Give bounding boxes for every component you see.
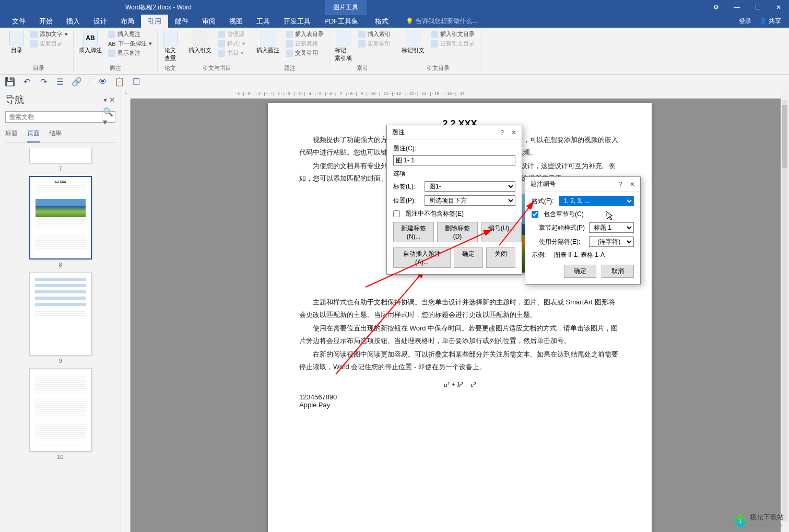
delete-label-button[interactable]: 删除标签(D) [437, 222, 478, 242]
minimize-button[interactable]: — [726, 2, 747, 13]
dialog-help-button[interactable]: ? [500, 129, 504, 136]
show-notes-label: 显示备注 [117, 49, 140, 57]
qat-icon-6[interactable]: 👁 [98, 77, 108, 87]
mark-index-button[interactable]: 标记 索引项 [333, 30, 354, 63]
thumbnail-page-9[interactable] [29, 272, 92, 356]
tab-view[interactable]: 视图 [222, 15, 250, 28]
mark-citation-label: 标记引文 [402, 46, 425, 54]
ribbon-options-icon[interactable]: ⚙ [705, 2, 726, 13]
nav-tab-headings[interactable]: 标题 [5, 129, 18, 140]
insert-table-figures-label: 插入表目录 [295, 30, 324, 38]
tab-references[interactable]: 引用 [141, 15, 168, 28]
save-icon[interactable]: 💾 [5, 77, 15, 87]
dialog-close-button[interactable]: ✕ [511, 129, 516, 136]
cross-reference-button[interactable]: 交叉引用 [284, 49, 326, 57]
tab-review[interactable]: 审阅 [195, 15, 222, 28]
nav-tab-pages[interactable]: 页面 [27, 129, 40, 143]
maximize-button[interactable]: ☐ [747, 2, 768, 13]
update-table-button[interactable]: 更新表格 [284, 39, 326, 48]
position-select[interactable]: 所选项目下方 [425, 195, 515, 206]
format-select[interactable]: 1, 2, 3, ... [559, 196, 634, 206]
tell-me-search[interactable]: 💡 告诉我您想要做什么… [406, 17, 478, 26]
exclude-label-checkbox[interactable] [393, 210, 400, 217]
login-link[interactable]: 登录 [739, 17, 751, 26]
horizontal-ruler[interactable]: · 3 · | · 2 · | · 1 · | · · · | · 1 · | … [131, 89, 789, 99]
qat-icon-7[interactable]: 📋 [115, 77, 124, 87]
style-dropdown[interactable]: 样式: ▾ [216, 39, 248, 48]
manage-sources-button[interactable]: 管理源 [216, 30, 248, 39]
numbering-cancel-button[interactable]: 取消 [602, 265, 634, 278]
vertical-ruler[interactable] [121, 99, 131, 532]
insert-citation-button[interactable]: 插入引文 [186, 30, 214, 55]
tab-dev[interactable]: 开发工具 [277, 15, 317, 28]
numbering-ok-button[interactable]: 确定 [564, 265, 596, 278]
include-chapter-checkbox[interactable] [532, 211, 538, 218]
qat-icon-4[interactable]: ☰ [55, 77, 65, 87]
share-button[interactable]: 👤 共享 [759, 17, 781, 26]
research-button[interactable]: 论文 查重 [161, 30, 180, 63]
nav-search-box[interactable]: 🔍▾ [5, 111, 115, 123]
tab-pdf[interactable]: PDF工具集 [317, 15, 365, 28]
update-index-button[interactable]: 更新索引 [356, 39, 393, 48]
ribbon-group-caption: 插入题注 插入表目录 更新表格 交叉引用 题注 [251, 30, 329, 72]
tab-mail[interactable]: 邮件 [168, 15, 195, 28]
insert-caption-label: 插入题注 [256, 46, 279, 54]
new-label-button[interactable]: 新建标签(N)... [393, 222, 434, 242]
insert-endnote-button[interactable]: 插入尾注 [106, 30, 154, 39]
redo-icon[interactable]: ↷ [39, 77, 48, 87]
chapter-start-select[interactable]: 标题 1 [589, 222, 634, 233]
mark-index-label: 标记 索引项 [335, 46, 352, 62]
undo-icon[interactable]: ↶ [22, 77, 31, 87]
mark-citation-button[interactable]: 标记引文 [399, 30, 427, 55]
caption-input[interactable] [393, 155, 515, 165]
insert-footnote-button[interactable]: AB插入脚注 [77, 30, 104, 55]
insert-authorities-button[interactable]: 插入引文目录 [429, 30, 477, 39]
bibliography-button[interactable]: 书目 ▾ [216, 49, 248, 57]
qat-icon-5[interactable]: 🔗 [72, 77, 81, 87]
add-text-button[interactable]: 添加文字 ▾ [28, 30, 70, 39]
update-toc-button[interactable]: 更新目录 [28, 39, 70, 48]
update-authorities-button[interactable]: 更新引文目录 [429, 39, 477, 48]
footnote-ab-icon: AB [86, 34, 95, 42]
qat-icon-8[interactable]: ☐ [132, 77, 141, 87]
dialog-help-button-2[interactable]: ? [619, 181, 622, 188]
exclude-label-text: 题注中不包含标签(E) [405, 209, 464, 218]
tab-insert[interactable]: 插入 [60, 15, 87, 28]
insert-table-figures-button[interactable]: 插入表目录 [284, 30, 326, 39]
caption-label: 题注(C): [393, 144, 515, 153]
numbers-line: 1234567890 [299, 393, 620, 401]
thumbnail-page-8[interactable]: 2.2 XXX [29, 176, 92, 259]
separator-select[interactable]: - (连字符) [589, 237, 634, 247]
tab-tools[interactable]: 工具 [250, 15, 277, 28]
dialog-close-button-2[interactable]: ✕ [630, 181, 635, 188]
nav-tab-results[interactable]: 结果 [49, 129, 62, 140]
nav-close-button[interactable]: ▾ ✕ [103, 96, 115, 104]
close-button-dlg[interactable]: 关闭 [486, 247, 515, 268]
ok-button[interactable]: 确定 [454, 247, 483, 268]
thumbnail-page-7[interactable] [29, 148, 92, 163]
group-label-research: 论文 [161, 63, 180, 72]
nav-search-input[interactable] [6, 112, 102, 122]
toc-button[interactable]: 目录 [7, 30, 26, 55]
next-footnote-button[interactable]: AB 下一条脚注 ▾ [106, 39, 154, 48]
thumbnail-page-10[interactable] [29, 368, 92, 452]
tab-format[interactable]: 格式 [368, 15, 395, 28]
insert-index-button[interactable]: 插入索引 [356, 30, 393, 39]
vertical-scrollbar[interactable] [781, 89, 789, 532]
insert-caption-button[interactable]: 插入题注 [254, 30, 281, 55]
ruler-corner[interactable]: L [121, 89, 131, 99]
tab-layout[interactable]: 布局 [114, 15, 141, 28]
tab-design[interactable]: 设计 [87, 15, 114, 28]
show-notes-button[interactable]: 显示备注 [106, 49, 154, 57]
search-icon[interactable]: 🔍▾ [102, 112, 115, 122]
ribbon-group-citation: 插入引文 管理源 样式: ▾ 书目 ▾ 引文与书目 [183, 30, 251, 72]
tab-home[interactable]: 开始 [32, 15, 60, 28]
bibliography-label: 书目 [227, 49, 239, 57]
close-button[interactable]: ✕ [768, 2, 789, 13]
numbering-button[interactable]: 编号(U)... [481, 222, 522, 242]
group-label-index: 索引 [333, 63, 393, 72]
auto-caption-button[interactable]: 自动插入题注(A)... [393, 247, 451, 268]
tab-file[interactable]: 文件 [5, 15, 32, 28]
insert-authorities-label: 插入引文目录 [440, 30, 475, 38]
label-select[interactable]: 图1- [425, 181, 515, 192]
